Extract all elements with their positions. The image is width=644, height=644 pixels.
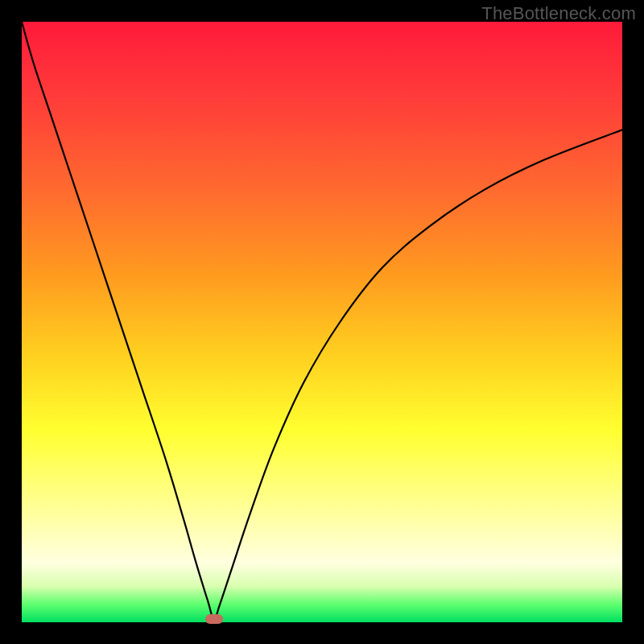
outer-frame: TheBottleneck.com (0, 0, 644, 644)
bottleneck-curve (22, 22, 622, 622)
watermark-text: TheBottleneck.com (481, 3, 636, 24)
minimum-marker (205, 614, 223, 624)
plot-area (22, 22, 622, 622)
